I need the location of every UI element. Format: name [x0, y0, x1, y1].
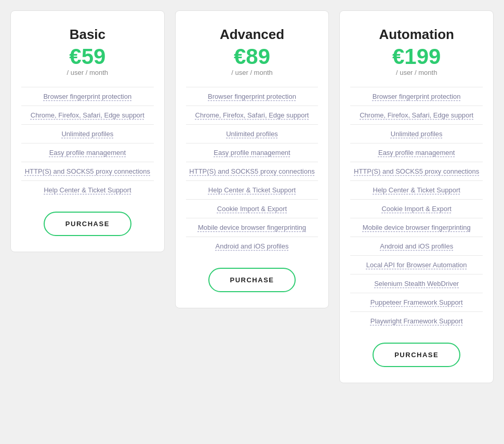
feature-item: Mobile device browser fingerprinting	[186, 218, 319, 237]
feature-item: Unlimited profiles	[350, 124, 483, 143]
feature-item: Help Center & Ticket Support	[21, 180, 154, 199]
purchase-button-advanced[interactable]: PURCHASE	[208, 268, 296, 292]
pricing-container: Basic€59/ user / monthBrowser fingerprin…	[10, 10, 494, 383]
feature-item: Unlimited profiles	[21, 124, 154, 143]
feature-item: Browser fingerprint protection	[186, 87, 319, 106]
feature-item: Mobile device browser fingerprinting	[350, 218, 483, 237]
plan-name-basic: Basic	[70, 27, 105, 43]
feature-item: HTTP(S) and SOCKS5 proxy connections	[21, 162, 154, 180]
feature-item: Easy profile management	[350, 143, 483, 162]
plan-price-basic: €59	[69, 46, 105, 68]
feature-item: Chrome, Firefox, Safari, Edge support	[186, 106, 319, 124]
feature-item: Android and iOS profiles	[350, 237, 483, 255]
plan-period-advanced: / user / month	[231, 69, 272, 76]
feature-item: Browser fingerprint protection	[350, 87, 483, 106]
purchase-button-basic[interactable]: PURCHASE	[44, 212, 131, 236]
feature-item: Cookie Import & Export	[350, 199, 483, 218]
plan-price-automation: €199	[392, 46, 441, 68]
plan-period-basic: / user / month	[67, 69, 108, 76]
feature-item: Unlimited profiles	[186, 124, 319, 143]
plan-card-automation: Automation€199/ user / monthBrowser fing…	[339, 10, 494, 383]
feature-item: Help Center & Ticket Support	[186, 180, 319, 199]
feature-item: Help Center & Ticket Support	[350, 180, 483, 199]
feature-item: Easy profile management	[186, 143, 319, 162]
features-list-basic: Browser fingerprint protectionChrome, Fi…	[21, 87, 154, 199]
features-list-advanced: Browser fingerprint protectionChrome, Fi…	[186, 87, 319, 255]
features-list-automation: Browser fingerprint protectionChrome, Fi…	[350, 87, 483, 330]
feature-item: HTTP(S) and SOCKS5 proxy connections	[350, 162, 483, 180]
plan-period-automation: / user / month	[396, 69, 437, 76]
plan-card-advanced: Advanced€89/ user / monthBrowser fingerp…	[175, 10, 329, 308]
feature-item: Android and iOS profiles	[186, 237, 319, 255]
plan-price-advanced: €89	[234, 46, 270, 68]
feature-item: Playwright Framework Support	[350, 311, 483, 330]
feature-item: Local API for Browser Automation	[350, 255, 483, 274]
plan-name-advanced: Advanced	[220, 27, 284, 43]
feature-item: Browser fingerprint protection	[21, 87, 154, 106]
feature-item: Chrome, Firefox, Safari, Edge support	[350, 106, 483, 124]
plan-card-basic: Basic€59/ user / monthBrowser fingerprin…	[10, 10, 165, 252]
feature-item: Easy profile management	[21, 143, 154, 162]
feature-item: Selenium Stealth WebDriver	[350, 274, 483, 293]
feature-item: HTTP(S) and SOCKS5 proxy connections	[186, 162, 319, 180]
feature-item: Cookie Import & Export	[186, 199, 319, 218]
feature-item: Chrome, Firefox, Safari, Edge support	[21, 106, 154, 124]
plan-name-automation: Automation	[379, 27, 454, 43]
purchase-button-automation[interactable]: PURCHASE	[373, 343, 460, 367]
feature-item: Puppeteer Framework Support	[350, 293, 483, 311]
